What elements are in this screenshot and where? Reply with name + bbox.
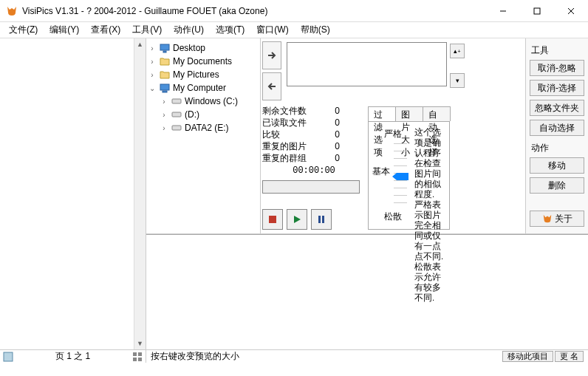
menu-edit[interactable]: 编辑(Y)	[44, 22, 85, 38]
status-icon	[3, 352, 13, 362]
desktop-icon	[159, 42, 171, 54]
play-button[interactable]	[287, 209, 307, 230]
preview-area[interactable]	[146, 234, 588, 349]
stats-panel: 剩余文件数0 已读取文件0 比较0 重复的图片0 重复的群组0 00:00:00	[262, 105, 366, 194]
menu-file[interactable]: 文件(Z)	[3, 22, 44, 38]
expander-icon[interactable]: ›	[148, 44, 157, 52]
svg-rect-14	[4, 352, 13, 361]
maximize-icon	[533, 7, 541, 15]
minimize-button[interactable]	[486, 0, 520, 22]
cancel-ignore-button[interactable]: 取消-忽略	[530, 60, 584, 76]
svg-rect-18	[138, 358, 142, 361]
tools-group-label: 工具	[531, 44, 584, 57]
menu-tools[interactable]: 工具(V)	[126, 22, 168, 38]
about-button[interactable]: 关于	[530, 211, 584, 227]
menu-options[interactable]: 选项(T)	[210, 22, 250, 38]
svg-rect-17	[133, 358, 137, 361]
slider-label-strict: 严格	[384, 128, 402, 140]
collapse-icon[interactable]: ⌄	[148, 84, 157, 92]
maximize-button[interactable]	[520, 0, 554, 22]
drive-icon	[171, 122, 182, 134]
tree-node-drive-c[interactable]: › Windows (C:)	[148, 95, 259, 108]
status-hint: 按右键改变预览的大小	[151, 350, 239, 363]
svg-rect-15	[133, 352, 137, 356]
close-icon	[567, 7, 575, 15]
stop-button[interactable]	[262, 209, 283, 230]
pause-icon	[317, 215, 326, 224]
drive-icon	[171, 109, 182, 120]
slider-label-loose: 松散	[384, 211, 402, 223]
svg-rect-8	[172, 99, 181, 103]
expander-icon[interactable]: ›	[160, 124, 168, 132]
tree-node-documents[interactable]: › My Documents	[148, 55, 259, 68]
thumbnail-pane: ▲ ▼	[0, 38, 146, 349]
slider-thumb-icon[interactable]	[392, 173, 408, 180]
close-button[interactable]	[554, 0, 588, 22]
computer-icon	[159, 82, 171, 94]
svg-rect-16	[138, 352, 142, 356]
app-icon	[6, 5, 18, 17]
tree-node-computer[interactable]: ⌄ My Computer	[148, 81, 259, 95]
menu-view[interactable]: 查看(X)	[85, 22, 126, 38]
stop-icon	[268, 215, 277, 224]
svg-rect-12	[318, 216, 321, 223]
tab-auto-select[interactable]: 自动选择	[423, 106, 451, 121]
pause-button[interactable]	[311, 209, 332, 230]
right-toolbar: 工具 取消-忽略 取消-选择 忽略文件夹 自动选择 动作 移动 删除 关于	[525, 38, 588, 233]
strictness-slider[interactable]	[394, 143, 407, 208]
ignore-folder-button[interactable]: 忽略文件夹	[530, 100, 584, 116]
fox-icon	[542, 213, 553, 224]
list-down-button[interactable]: ▾	[450, 73, 465, 88]
tab-filter[interactable]: 过滤选项	[368, 106, 396, 121]
filter-help-text: 这个选项是确认程序在检查图片间的相似程度. 严格表示图片完全相同或仅有一点点不同…	[413, 126, 445, 225]
tree-node-desktop[interactable]: › Desktop	[148, 41, 259, 55]
scroll-down-icon[interactable]: ▼	[134, 338, 146, 349]
progress-bar	[262, 180, 360, 194]
list-up-button[interactable]: ▴+	[450, 44, 465, 58]
scrollbar[interactable]: ▲ ▼	[134, 38, 146, 349]
titlebar: VisiPics V1.31 - ? 2004-2012 - Guillaume…	[0, 0, 588, 22]
auto-select-button[interactable]: 自动选择	[530, 120, 584, 136]
arrow-left-icon	[266, 81, 278, 92]
menu-window[interactable]: 窗口(W)	[250, 22, 294, 38]
folder-icon	[159, 69, 171, 81]
tree-node-drive-d[interactable]: › (D:)	[148, 108, 259, 121]
scroll-up-icon[interactable]: ▲	[134, 38, 146, 50]
arrow-right-icon	[266, 49, 278, 61]
actions-group-label: 动作	[531, 142, 584, 154]
svg-rect-9	[172, 112, 181, 117]
svg-rect-13	[322, 216, 324, 223]
tree-node-drive-e[interactable]: › DATA2 (E:)	[148, 121, 259, 134]
options-tabs: 过滤选项 图片大小 自动选择 严格 基本 松散 这个选	[368, 106, 450, 230]
expander-icon[interactable]: ›	[160, 111, 168, 119]
cancel-select-button[interactable]: 取消-选择	[530, 80, 584, 96]
play-icon	[293, 215, 301, 224]
selected-folders-list[interactable]	[287, 42, 447, 86]
menu-action[interactable]: 动作(U)	[168, 22, 210, 38]
svg-rect-4	[160, 44, 169, 50]
svg-rect-10	[172, 126, 181, 130]
delete-button[interactable]: 删除	[530, 177, 584, 194]
svg-rect-11	[269, 216, 276, 223]
expander-icon[interactable]: ›	[148, 71, 157, 79]
minimize-icon	[499, 7, 507, 15]
rename-button[interactable]: 更 名	[555, 351, 584, 362]
svg-rect-5	[163, 51, 166, 52]
add-folder-button[interactable]	[262, 41, 281, 69]
folder-icon	[159, 55, 171, 67]
svg-rect-6	[160, 84, 169, 90]
move-button[interactable]: 移动	[530, 157, 584, 174]
folder-tree[interactable]: › Desktop › My Documents › My Pictures ⌄	[146, 38, 261, 233]
menu-help[interactable]: 帮助(S)	[295, 22, 336, 38]
tree-node-pictures[interactable]: › My Pictures	[148, 68, 259, 81]
expander-icon[interactable]: ›	[148, 58, 157, 66]
svg-rect-1	[534, 8, 540, 14]
slider-label-basic: 基本	[372, 165, 390, 178]
expander-icon[interactable]: ›	[160, 98, 168, 106]
drive-icon	[171, 95, 182, 107]
tab-image-size[interactable]: 图片大小	[395, 106, 423, 121]
page-indicator: 页 1 之 1	[55, 350, 90, 363]
remove-folder-button[interactable]	[262, 72, 281, 100]
move-item-button[interactable]: 移动此项目	[502, 351, 553, 362]
grid-icon[interactable]	[132, 352, 143, 362]
